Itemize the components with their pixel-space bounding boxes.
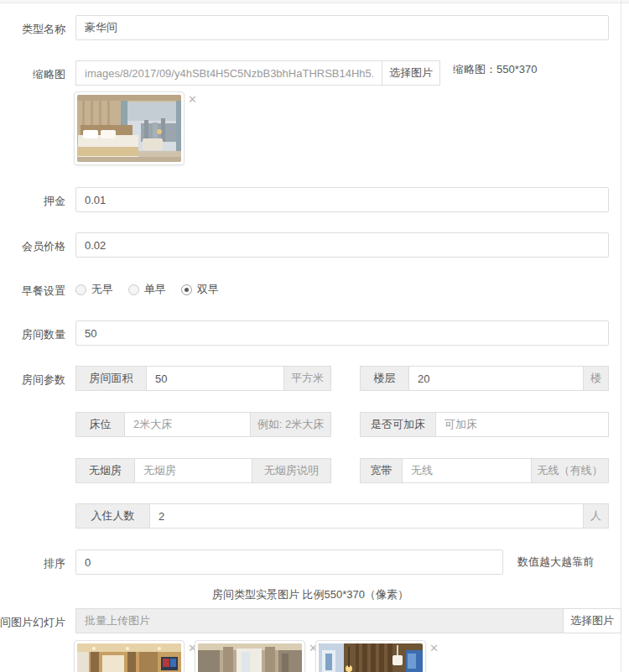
bed-addon: 床位 <box>75 412 124 437</box>
thumbnail-remove-icon[interactable]: ✕ <box>188 94 197 105</box>
batch-upload-field[interactable]: 批量上传图片 <box>75 608 563 633</box>
thumbnail-path-input[interactable] <box>75 60 382 86</box>
gallery-thumb-1 <box>74 640 185 672</box>
radio-circle-icon <box>128 284 139 295</box>
broadband-input[interactable] <box>402 458 532 483</box>
room-area-addon: 房间面积 <box>75 366 146 391</box>
nonsmoking-note: 无烟房说明 <box>252 458 331 483</box>
room-params-label: 房间参数 <box>22 372 65 388</box>
occupancy-input[interactable] <box>149 503 584 529</box>
hotel-room-photo <box>77 95 181 162</box>
sort-input[interactable] <box>75 550 503 575</box>
room-type-edit-form: 类型名称 缩略图 选择图片 缩略图：550*370 <box>0 0 629 672</box>
gallery-thumb-2 <box>195 640 305 672</box>
panel-right-border <box>621 0 621 672</box>
gallery-select-button[interactable]: 选择图片 <box>563 608 621 633</box>
floor-unit: 楼 <box>584 366 609 391</box>
occupancy-addon: 入住人数 <box>75 503 149 529</box>
type-name-input[interactable] <box>75 15 609 40</box>
gallery-thumb-3 <box>315 640 426 672</box>
type-name-label: 类型名称 <box>22 22 65 37</box>
room-count-label: 房间数量 <box>22 327 65 342</box>
nonsmoking-addon: 无烟房 <box>75 458 134 483</box>
gallery-label: 房间图片幻灯片 <box>0 615 65 630</box>
broadband-note: 无线（有线） <box>532 458 609 483</box>
gallery-thumb-3-remove-icon[interactable]: ✕ <box>429 643 439 654</box>
breakfast-radio-single[interactable]: 单早 <box>128 282 166 297</box>
bed-input[interactable] <box>124 412 251 437</box>
gallery-section-title: 房间类型实景图片 比例550*370（像素） <box>0 587 621 602</box>
occupancy-unit: 人 <box>584 503 609 529</box>
gallery-photo-1 <box>77 643 181 672</box>
gallery-photo-2 <box>198 643 302 672</box>
thumbnail-label: 缩略图 <box>33 67 65 82</box>
thumbnail-size-hint: 缩略图：550*370 <box>453 62 537 77</box>
extra-bed-addon: 是否可加床 <box>360 412 435 437</box>
bed-example: 例如: 2米大床 <box>251 412 331 437</box>
deposit-label: 押金 <box>44 194 65 209</box>
room-area-unit: 平方米 <box>284 366 331 391</box>
extra-bed-input[interactable] <box>435 412 609 437</box>
breakfast-radio-double[interactable]: 双早 <box>181 282 219 297</box>
floor-addon: 楼层 <box>360 366 408 391</box>
room-count-input[interactable] <box>75 320 609 346</box>
member-price-input[interactable] <box>75 232 609 258</box>
radio-label: 双早 <box>197 282 219 297</box>
room-area-input[interactable] <box>146 366 284 391</box>
deposit-input[interactable] <box>75 187 609 212</box>
breakfast-label: 早餐设置 <box>22 284 65 299</box>
floor-input[interactable] <box>408 366 584 391</box>
radio-label: 无早 <box>91 282 113 297</box>
nonsmoking-input[interactable] <box>134 458 252 483</box>
sort-label: 排序 <box>44 556 65 571</box>
thumbnail-select-button[interactable]: 选择图片 <box>382 60 440 86</box>
broadband-addon: 宽带 <box>360 458 402 483</box>
member-price-label: 会员价格 <box>22 239 65 254</box>
radio-circle-icon <box>181 284 192 295</box>
breakfast-radio-none[interactable]: 无早 <box>75 282 113 297</box>
thumbnail-preview <box>74 91 185 165</box>
sort-hint: 数值越大越靠前 <box>517 555 594 570</box>
radio-label: 单早 <box>144 282 166 297</box>
gallery-photo-3 <box>319 643 423 672</box>
top-divider <box>0 0 629 3</box>
radio-circle-icon <box>75 284 86 295</box>
